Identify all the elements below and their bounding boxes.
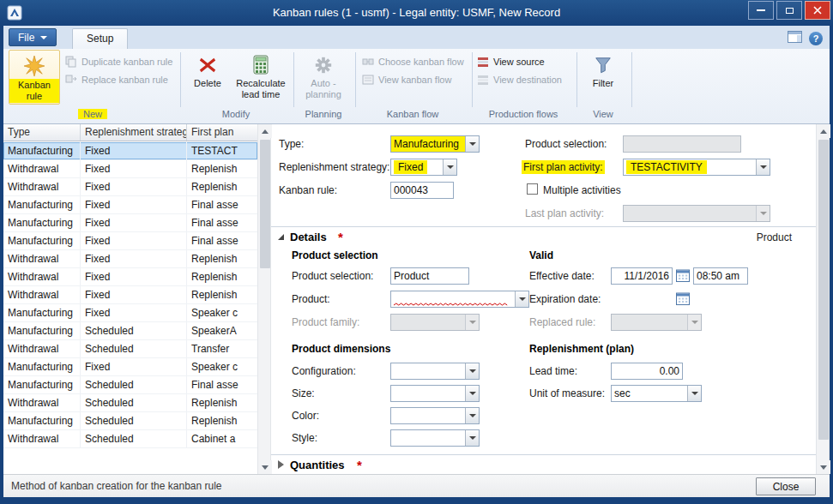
type-combobox[interactable]: Manufacturing — [390, 135, 480, 153]
quantities-section-header[interactable]: Quantities * — [271, 458, 816, 473]
tab-setup[interactable]: Setup — [72, 28, 128, 49]
statusbar: Method of kanban creation for the kanban… — [3, 474, 830, 497]
form-scrollbar[interactable] — [816, 124, 830, 474]
chevron-down-icon[interactable] — [443, 159, 456, 175]
table-row[interactable]: WithdrawalScheduledCabinet a — [3, 430, 257, 448]
table-row[interactable]: ManufacturingScheduledSpeakerA — [3, 322, 257, 340]
help-icon[interactable]: ? — [809, 32, 823, 45]
view-destination-icon — [477, 74, 489, 86]
duplicate-kanban-rule-button[interactable]: Duplicate kanban rule — [65, 54, 172, 69]
view-source-button[interactable]: View source — [477, 54, 545, 69]
color-combobox[interactable] — [390, 407, 480, 424]
grid-body: ManufacturingFixedTESTACTWithdrawalFixed… — [3, 142, 257, 448]
lead-time-input[interactable] — [611, 363, 683, 380]
chevron-down-icon[interactable] — [465, 136, 479, 152]
scroll-down-icon[interactable] — [817, 460, 830, 474]
chevron-down-icon[interactable] — [465, 386, 479, 401]
table-cell: Fixed — [81, 142, 187, 159]
details-section-header[interactable]: Details * Product — [271, 230, 816, 245]
auto-planning-button[interactable]: Auto - planning — [297, 50, 350, 105]
table-row[interactable]: ManufacturingFixedTESTACT — [3, 142, 257, 160]
delete-icon — [198, 52, 217, 78]
table-row[interactable]: WithdrawalFixedReplenish — [3, 268, 257, 286]
table-row[interactable]: ManufacturingScheduledFinal asse — [3, 376, 257, 394]
size-combobox[interactable] — [390, 385, 480, 402]
kanban-rule-input[interactable] — [390, 182, 454, 199]
configuration-combobox[interactable] — [390, 363, 480, 380]
filter-button[interactable]: Filter — [582, 50, 625, 105]
calendar-icon[interactable] — [676, 269, 690, 282]
table-row[interactable]: WithdrawalFixedReplenish — [3, 178, 257, 196]
table-cell: Fixed — [81, 358, 187, 375]
scroll-up-icon[interactable] — [258, 124, 272, 138]
table-row[interactable]: WithdrawalFixedReplenish — [3, 286, 257, 304]
effective-time-input[interactable] — [693, 267, 748, 285]
file-menu-button[interactable]: File — [9, 28, 57, 46]
table-row[interactable]: ManufacturingFixedSpeaker c — [3, 304, 257, 322]
ribbon-group-new: New — [7, 109, 178, 122]
maximize-button[interactable] — [776, 1, 802, 20]
calculator-icon — [251, 52, 270, 78]
table-cell: Replenish — [187, 250, 257, 267]
replace-kanban-rule-button[interactable]: Replace kanban rule — [65, 72, 168, 87]
choose-kanban-flow-button[interactable]: Choose kanban flow — [362, 54, 464, 69]
view-destination-button[interactable]: View destination — [477, 72, 562, 87]
view-kanban-flow-button[interactable]: View kanban flow — [362, 72, 451, 87]
kanban-rule-button[interactable]: Kanban rule — [9, 50, 60, 105]
delete-button[interactable]: Delete — [185, 50, 230, 105]
product-family-combobox — [390, 314, 480, 331]
column-header-type[interactable]: Type — [3, 124, 81, 141]
window-controls — [745, 1, 830, 20]
chevron-down-icon[interactable] — [465, 363, 479, 379]
table-cell: SpeakerA — [187, 322, 257, 339]
table-row[interactable]: WithdrawalScheduledReplenish — [3, 394, 257, 412]
table-row[interactable]: WithdrawalScheduledTransfer — [3, 340, 257, 358]
column-header-replenishment-strategy[interactable]: Replenishment strategy — [81, 124, 187, 141]
replenishment-strategy-combobox[interactable]: Fixed — [390, 159, 457, 176]
color-label: Color: — [292, 410, 319, 422]
table-cell: Withdrawal — [3, 286, 81, 303]
product-selection-input[interactable] — [390, 267, 469, 285]
table-row[interactable]: WithdrawalFixedReplenish — [3, 250, 257, 268]
recalculate-lead-time-button[interactable]: Recalculate lead time — [232, 50, 290, 105]
chevron-down-icon[interactable] — [465, 408, 479, 423]
close-button[interactable]: Close — [756, 477, 816, 495]
table-row[interactable]: ManufacturingScheduledReplenish — [3, 412, 257, 430]
chevron-down-icon[interactable] — [465, 430, 479, 446]
table-cell: Withdrawal — [3, 160, 81, 177]
type-label: Type: — [279, 138, 304, 150]
table-row[interactable]: ManufacturingFixedFinal asse — [3, 214, 257, 232]
table-row[interactable]: ManufacturingFixedSpeaker c — [3, 358, 257, 376]
size-label: Size: — [292, 387, 315, 399]
grid-scrollbar-thumb[interactable] — [260, 140, 270, 268]
multiple-activities-label: Multiple activities — [543, 184, 621, 196]
first-plan-activity-combobox[interactable]: TESTACTIVITY — [623, 159, 770, 176]
table-row[interactable]: ManufacturingFixedFinal asse — [3, 232, 257, 250]
effective-date-input[interactable] — [611, 267, 673, 285]
chevron-down-icon — [756, 206, 770, 221]
product-combobox[interactable] — [390, 291, 529, 308]
product-label: Product: — [292, 293, 330, 305]
chevron-down-icon[interactable] — [515, 291, 528, 307]
table-row[interactable]: ManufacturingFixedFinal asse — [3, 196, 257, 214]
scroll-up-icon[interactable] — [817, 124, 830, 138]
chevron-down-icon[interactable] — [687, 386, 701, 401]
grid-scrollbar[interactable] — [257, 124, 271, 474]
scroll-down-icon[interactable] — [258, 460, 272, 474]
column-header-first-plan[interactable]: First plan — [187, 124, 257, 141]
calendar-icon[interactable] — [676, 292, 690, 305]
filter-funnel-icon — [594, 52, 613, 78]
close-window-button[interactable] — [805, 1, 830, 20]
type-value: Manufacturing — [394, 138, 459, 150]
style-combobox[interactable] — [390, 429, 480, 447]
chevron-down-icon[interactable] — [756, 159, 770, 175]
unit-of-measure-combobox[interactable]: sec — [611, 385, 702, 402]
minimize-button[interactable] — [748, 1, 774, 20]
layout-icon[interactable] — [788, 31, 802, 46]
multiple-activities-checkbox[interactable] — [527, 183, 538, 195]
section-collapsed-icon — [278, 460, 284, 469]
table-row[interactable]: WithdrawalFixedReplenish — [3, 160, 257, 178]
form-scrollbar-thumb[interactable] — [818, 140, 829, 440]
view-kanban-flow-label: View kanban flow — [378, 75, 451, 85]
duplicate-icon — [65, 56, 77, 68]
